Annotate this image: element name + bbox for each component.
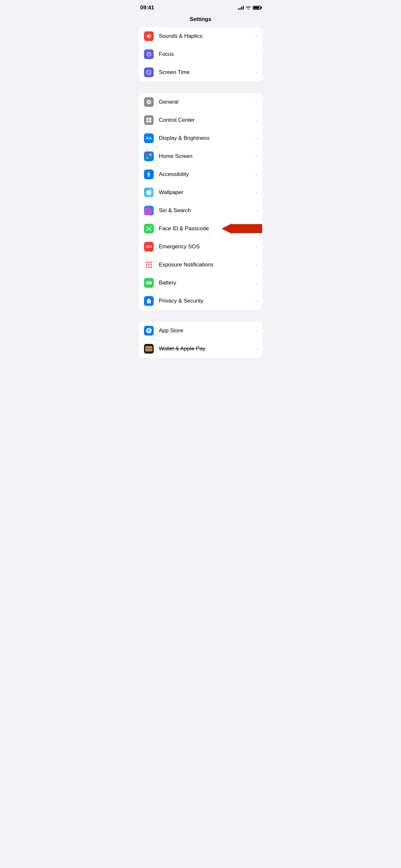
svg-rect-23	[151, 282, 152, 284]
privacy-label: Privacy & Security	[159, 298, 255, 304]
focus-label: Focus	[159, 51, 255, 58]
settings-group-1: Sounds & Haptics › Focus › Screen Time ›	[139, 27, 262, 82]
svg-point-20	[148, 267, 150, 268]
settings-row-sounds[interactable]: Sounds & Haptics ›	[139, 27, 262, 45]
general-icon	[144, 97, 154, 107]
svg-rect-7	[149, 157, 152, 159]
appstore-label: App Store	[159, 328, 255, 334]
settings-row-privacy[interactable]: Privacy & Security ›	[139, 292, 262, 310]
signal-icon	[238, 6, 244, 10]
exposure-chevron: ›	[255, 262, 257, 268]
settings-group-3: App Store › Wallet & Apple Pay ›	[139, 321, 262, 358]
settings-row-focus[interactable]: Focus ›	[139, 45, 262, 63]
svg-rect-3	[149, 120, 151, 123]
privacy-icon	[144, 296, 154, 306]
display-icon: AA	[144, 133, 154, 143]
display-label: Display & Brightness	[159, 135, 255, 142]
exposure-label: Exposure Notifications	[159, 261, 255, 268]
svg-point-17	[148, 264, 150, 266]
exposure-icon	[144, 260, 154, 270]
accessibility-icon	[144, 169, 154, 179]
settings-row-homescreen[interactable]: Home Screen ›	[139, 147, 262, 165]
svg-rect-25	[147, 282, 150, 284]
svg-point-21	[150, 267, 152, 268]
svg-point-19	[146, 267, 147, 268]
sos-chevron: ›	[255, 244, 257, 249]
siri-icon	[144, 206, 154, 215]
screentime-chevron: ›	[255, 70, 257, 75]
svg-point-16	[146, 264, 147, 266]
wallet-label: Wallet & Apple Pay	[159, 345, 255, 352]
svg-point-18	[150, 264, 152, 266]
svg-rect-6	[146, 157, 149, 159]
svg-rect-11	[150, 228, 150, 228]
status-bar: 09:41	[134, 0, 267, 13]
sos-icon: SOS	[144, 242, 154, 252]
wallpaper-icon	[144, 188, 154, 197]
general-label: General	[159, 99, 255, 105]
settings-row-general[interactable]: General ›	[139, 93, 262, 111]
homescreen-label: Home Screen	[159, 153, 255, 159]
svg-point-15	[150, 261, 152, 263]
accessibility-chevron: ›	[255, 172, 257, 177]
svg-rect-4	[146, 153, 149, 156]
settings-row-siri[interactable]: Siri & Search ›	[139, 202, 262, 220]
svg-point-8	[148, 172, 149, 173]
settings-row-display[interactable]: AA Display & Brightness ›	[139, 129, 262, 147]
appstore-icon	[144, 326, 154, 336]
appstore-chevron: ›	[255, 328, 257, 333]
wallet-chevron: ›	[255, 346, 257, 351]
focus-chevron: ›	[255, 52, 257, 57]
status-time: 09:41	[140, 4, 154, 11]
battery-status-icon	[253, 6, 261, 10]
display-chevron: ›	[255, 135, 257, 141]
wallet-icon	[144, 344, 154, 353]
settings-row-wallet[interactable]: Wallet & Apple Pay ›	[139, 340, 262, 358]
settings-row-battery[interactable]: Battery ›	[139, 274, 262, 292]
battery-label: Battery	[159, 280, 255, 286]
controlcenter-chevron: ›	[255, 118, 257, 123]
svg-rect-0	[147, 118, 149, 120]
accessibility-label: Accessibility	[159, 171, 255, 178]
controlcenter-icon	[144, 115, 154, 125]
svg-rect-5	[149, 153, 152, 156]
sounds-icon	[144, 31, 154, 41]
settings-row-exposure[interactable]: Exposure Notifications ›	[139, 256, 262, 274]
settings-row-wallpaper[interactable]: Wallpaper ›	[139, 183, 262, 202]
svg-point-13	[146, 261, 147, 263]
wallpaper-label: Wallpaper	[159, 189, 255, 196]
wallpaper-chevron: ›	[255, 190, 257, 195]
wifi-icon	[246, 6, 251, 10]
homescreen-icon	[144, 151, 154, 161]
faceid-label: Face ID & Passcode	[159, 225, 257, 232]
sounds-chevron: ›	[255, 34, 257, 39]
svg-rect-1	[149, 118, 151, 120]
controlcenter-label: Control Center	[159, 117, 255, 123]
screentime-icon	[144, 67, 154, 77]
siri-label: Siri & Search	[159, 207, 255, 214]
svg-rect-10	[148, 228, 148, 228]
battery-icon	[144, 278, 154, 288]
privacy-chevron: ›	[255, 299, 257, 304]
svg-rect-2	[147, 120, 149, 123]
settings-row-appstore[interactable]: App Store ›	[139, 321, 262, 340]
sounds-label: Sounds & Haptics	[159, 33, 255, 39]
focus-icon	[144, 50, 154, 59]
sos-label: Emergency SOS	[159, 244, 255, 250]
screentime-label: Screen Time	[159, 69, 255, 75]
settings-row-screentime[interactable]: Screen Time ›	[139, 63, 262, 82]
svg-rect-28	[145, 349, 152, 351]
settings-row-controlcenter[interactable]: Control Center ›	[139, 111, 262, 129]
settings-row-faceid[interactable]: Face ID & Passcode	[139, 220, 262, 238]
status-icons	[238, 6, 261, 10]
settings-group-2: General › Control Center › AA Display & …	[139, 93, 262, 310]
faceid-icon	[144, 224, 154, 234]
battery-chevron: ›	[255, 280, 257, 285]
siri-chevron: ›	[255, 208, 257, 213]
page-title: Settings	[134, 13, 267, 27]
settings-row-sos[interactable]: SOS Emergency SOS ›	[139, 238, 262, 256]
homescreen-chevron: ›	[255, 154, 257, 159]
settings-row-accessibility[interactable]: Accessibility ›	[139, 165, 262, 183]
svg-point-14	[148, 261, 150, 263]
general-chevron: ›	[255, 99, 257, 104]
